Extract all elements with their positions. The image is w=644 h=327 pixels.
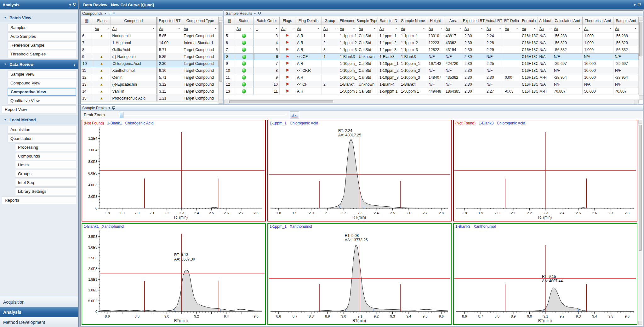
column-header-sample-id[interactable]: Sample ID — [378, 17, 399, 25]
column-filter[interactable]: Aa▼ — [463, 25, 485, 32]
scrollbar-thumb[interactable] — [229, 100, 333, 103]
scroll-up-icon[interactable] — [219, 17, 223, 21]
scroll-down-icon[interactable] — [639, 95, 643, 100]
workspace-tab-acquisition[interactable]: Acquisition — [0, 297, 78, 307]
column-header-theoretical-amt[interactable]: Theoretical Amt — [583, 17, 613, 25]
column-filter[interactable]: Aa· — [280, 25, 295, 32]
sample-result-row[interactable]: 64⚑A,R21-1ppm_2Cal Std1-1ppm_21-1ppm_212… — [224, 39, 639, 46]
column-filter[interactable]: Aa· — [235, 25, 253, 32]
sidebar-item-intel-seq[interactable]: Intel Seq — [15, 179, 76, 186]
column-header-group[interactable]: Group — [322, 17, 338, 25]
column-header-status[interactable]: Status — [235, 17, 253, 25]
column-header-sample-type[interactable]: Sample Type — [357, 17, 378, 25]
column-filter[interactable]: Aa· — [93, 25, 111, 32]
column-filter[interactable]: Aa▼ — [338, 25, 357, 32]
sidebar-item-acquisition[interactable]: Acquisition — [8, 126, 76, 134]
sidebar-item-sample-view[interactable]: Sample View — [8, 70, 76, 78]
scroll-up-icon[interactable] — [638, 120, 642, 124]
chromatogram-cell-4[interactable]: 1-Blank1Xanthohumol8.68.89.09.29.49.6RT(… — [82, 223, 266, 325]
column-filter[interactable]: Aa· — [427, 25, 444, 32]
column-header-filename[interactable]: Filename — [338, 17, 357, 25]
compound-row[interactable]: 14▲!Vanillin3.11Target Compound — [81, 88, 219, 95]
column-filter[interactable]: Aa▼ — [357, 25, 378, 32]
sidebar-item-quantitation[interactable]: Quantitation — [8, 135, 76, 142]
column-header-flags[interactable]: Flags — [93, 17, 111, 25]
sample-result-row[interactable]: 53⚑A,R11-1ppm_1Cal Std1-1ppm_11-1ppm_113… — [224, 32, 639, 39]
sample-result-row[interactable]: 108⚑<<,CF,R1-10ppm_2Cal Std1-10ppm_21-10… — [224, 67, 639, 74]
compound-row[interactable]: 10▲!Chlorogenic Acid2.30Target Compound — [81, 60, 219, 67]
sidebar-item-compound-view[interactable]: Compound View — [8, 79, 76, 87]
chevron-down-icon[interactable]: ▾ — [105, 12, 106, 15]
column-header[interactable]: ▦ — [224, 17, 235, 25]
column-header-actual-rt[interactable]: Actual RT — [485, 17, 503, 25]
column-filter[interactable]: Aa▼ — [583, 25, 613, 32]
sample-result-row[interactable]: 86⚑<<,CF11-Blank3Unknown1-Blank31-Blank3… — [224, 53, 639, 60]
peak-display-button[interactable] — [290, 112, 299, 118]
close-icon[interactable]: ✕ — [113, 12, 115, 15]
column-header[interactable]: ▦ — [81, 17, 93, 25]
column-filter[interactable]: Aa· — [538, 25, 552, 32]
peak-zoom-slider[interactable] — [119, 112, 285, 118]
scroll-down-icon[interactable] — [638, 321, 642, 325]
chromatogram-cell-3[interactable]: (Not Found)1-Blank3Chlorogenic Acid1.81.… — [453, 120, 637, 221]
sidebar-item-auto-samples[interactable]: Auto Samples — [8, 32, 76, 40]
pin-icon[interactable] — [258, 12, 260, 15]
column-filter[interactable] — [224, 25, 235, 32]
compound-row[interactable]: 12▲!Oenin5.71Target Compound — [81, 74, 219, 81]
results-vertical-scrollbar[interactable] — [639, 17, 643, 100]
scrollbar-thumb[interactable] — [639, 22, 642, 56]
workspace-tab-method-development[interactable]: Method Development — [0, 317, 78, 327]
scrollbar-thumb[interactable] — [639, 125, 642, 251]
compound-row[interactable]: 15▲!Protocatechuic Acid1.21Target Compou… — [81, 95, 219, 102]
column-filter[interactable]: Aa▼ — [552, 25, 583, 32]
column-header-area[interactable]: Area — [444, 17, 463, 25]
sidebar-item-reference-sample[interactable]: Reference Sample — [8, 41, 76, 49]
column-filter[interactable]: Aa▼ — [399, 25, 427, 32]
column-header-adduct[interactable]: Adduct — [538, 17, 552, 25]
chevron-down-icon[interactable]: ▾ — [254, 12, 256, 15]
sidebar-item-threshold-samples[interactable]: Threshold Samples — [8, 50, 76, 58]
scroll-up-icon[interactable] — [639, 17, 643, 21]
column-filter[interactable]: Aa▼ — [182, 25, 219, 32]
column-header-flag-details[interactable]: Flag Details — [295, 17, 322, 25]
column-header-compound-type[interactable]: Compound Type — [182, 17, 219, 25]
chromatogram-cell-2[interactable]: 1-1ppm_1Chlorogenic Acid1.81.92.02.12.22… — [267, 120, 452, 221]
column-filter[interactable]: Aa▼ — [520, 25, 538, 32]
column-header-rt-delta[interactable]: RT Delta — [503, 17, 520, 25]
column-filter[interactable]: Aa▼ — [295, 25, 322, 32]
column-filter[interactable]: Aa▼ — [485, 25, 503, 32]
column-filter[interactable]: Aa▼ — [503, 25, 520, 32]
sample-result-row[interactable]: 97⚑A,R1-10ppm_1Cal Std1-10ppm_11-10ppm_1… — [224, 60, 639, 67]
sidebar-item-qualitative-view[interactable]: Qualitative View — [8, 97, 76, 105]
sidebar-section-local-method[interactable]: ▼Local Method — [0, 115, 78, 124]
compound-row[interactable]: 11▲!Xanthohumol9.10Target Compound — [81, 67, 219, 74]
pin-icon[interactable] — [108, 12, 111, 15]
compound-row[interactable]: 9▲!(-)-Naringenin5.85Target Compound — [81, 53, 219, 60]
column-filter[interactable]: Aa▼ — [613, 25, 639, 32]
sidebar-item-groups[interactable]: Groups — [15, 170, 76, 178]
pin-icon[interactable] — [112, 106, 115, 110]
sidebar-item-report-view[interactable]: Report View — [2, 106, 76, 113]
column-header-calculated-amt[interactable]: Calculated Amt — [552, 17, 583, 25]
chevron-down-icon[interactable]: ▾ — [634, 3, 635, 7]
sidebar-item-limits[interactable]: Limits — [15, 161, 76, 169]
workspace-tab-analysis[interactable]: Analysis — [0, 307, 78, 317]
column-header-compound[interactable]: Compound — [111, 17, 157, 25]
sidebar-item-samples[interactable]: Samples — [8, 24, 76, 32]
sidebar-item-reports[interactable]: Reports — [2, 196, 76, 204]
sidebar-item-library-settings[interactable]: Library Settings — [15, 187, 76, 195]
sample-result-row[interactable]: 75⚑A,R31-1ppm_3Cal Std1-1ppm_31-1ppm_312… — [224, 46, 639, 53]
column-header-sample-amt[interactable]: Sample Amt — [613, 17, 639, 25]
column-filter[interactable]: Aa▼ — [378, 25, 399, 32]
compound-row[interactable]: 13▲!(-)-Epicatechin3.12Target Compound — [81, 81, 219, 88]
column-filter[interactable]: Aa· — [444, 25, 463, 32]
sidebar-section-data-review[interactable]: ▼Data Review› — [0, 60, 78, 69]
scroll-left-icon[interactable] — [224, 100, 228, 104]
sidebar-item-compounds[interactable]: Compounds — [15, 152, 76, 160]
peaks-vertical-scrollbar[interactable] — [638, 120, 642, 325]
column-filter[interactable]: =▼ — [253, 25, 280, 32]
chevron-down-icon[interactable]: ▾ — [69, 3, 71, 7]
column-header-formula[interactable]: Formula — [520, 17, 538, 25]
column-filter[interactable] — [81, 25, 93, 32]
column-header-sample-name[interactable]: Sample Name — [399, 17, 427, 25]
